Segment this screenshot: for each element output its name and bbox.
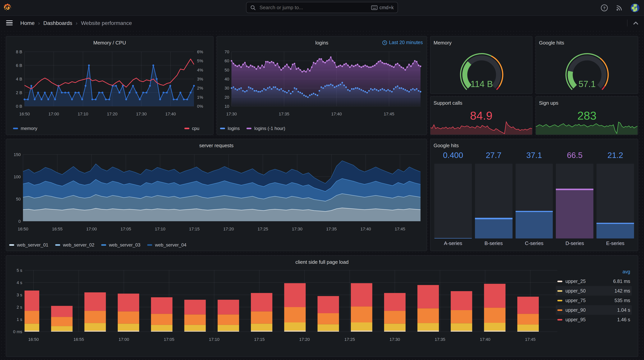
panel-title[interactable]: Memory bbox=[434, 40, 529, 48]
legend-swatch bbox=[184, 128, 189, 129]
svg-text:6%: 6% bbox=[197, 50, 203, 54]
legend-item[interactable]: cpu bbox=[184, 126, 199, 131]
svg-text:2 s: 2 s bbox=[17, 305, 22, 310]
legend-item[interactable]: web_server_01 bbox=[9, 242, 48, 248]
legend-label: upper_75 bbox=[566, 298, 586, 303]
sign-ups-value: 283 bbox=[536, 109, 638, 122]
search-input[interactable]: cmd+k bbox=[246, 2, 398, 13]
svg-text:17:00: 17:00 bbox=[86, 226, 97, 231]
svg-text:17:25: 17:25 bbox=[258, 226, 268, 231]
panel-title[interactable]: Memory / CPU bbox=[9, 40, 210, 48]
panel-google-hits-bars: Google hits 0.400 A-series 27.7 B-series… bbox=[430, 139, 638, 251]
svg-text:17:25: 17:25 bbox=[344, 337, 355, 342]
bar-label: C-series bbox=[516, 238, 553, 248]
legend-swatch bbox=[101, 244, 106, 246]
svg-text:1 s: 1 s bbox=[17, 317, 22, 322]
panel-page-load: client side full page load 0 ms1 s2 s3 s… bbox=[6, 255, 638, 357]
search-field[interactable] bbox=[259, 4, 371, 11]
page-load-legend: avg upper_25 6.81 ms upper_50 142 ms upp… bbox=[556, 267, 632, 324]
google-hits-bar-gauge: 0.400 A-series 27.7 B-series 37.1 C-seri… bbox=[434, 151, 635, 248]
breadcrumb-separator: › bbox=[38, 20, 40, 26]
help-icon[interactable]: ? bbox=[601, 4, 608, 11]
svg-text:2%: 2% bbox=[197, 86, 203, 90]
logins-chart[interactable]: 1020304050607017:3017:3517:4017:45 bbox=[220, 48, 424, 124]
svg-text:?: ? bbox=[603, 6, 606, 10]
legend-swatch bbox=[557, 319, 562, 320]
panel-title[interactable]: Google hits bbox=[539, 40, 635, 48]
legend-item[interactable]: memory bbox=[13, 126, 38, 131]
user-avatar[interactable] bbox=[630, 3, 640, 12]
grafana-flame-icon bbox=[3, 3, 12, 12]
panel-title[interactable]: server requests bbox=[9, 142, 424, 151]
legend-swatch bbox=[220, 128, 225, 129]
memory-gauge: 114 B bbox=[434, 48, 529, 93]
legend-item[interactable]: logins (-1 hour) bbox=[247, 126, 285, 131]
legend-row[interactable]: upper_90 1.04 s bbox=[556, 305, 632, 315]
panel-google-hits-gauge: Google hits 57.1 bbox=[536, 36, 638, 94]
bar-gauge-column: 0.400 A-series bbox=[434, 151, 472, 248]
bar-gauge-column: 21.2 E-series bbox=[596, 151, 634, 248]
bar-cap bbox=[556, 189, 594, 190]
bar-fill bbox=[556, 189, 594, 238]
legend-row[interactable]: upper_50 142 ms bbox=[556, 286, 632, 296]
legend-avg-header[interactable]: avg bbox=[556, 267, 632, 276]
svg-text:17:35: 17:35 bbox=[435, 337, 445, 342]
legend-item[interactable]: web_server_02 bbox=[55, 242, 94, 248]
breadcrumb: Home › Dashboards › Website performance bbox=[20, 20, 132, 26]
breadcrumb-home[interactable]: Home bbox=[20, 20, 35, 26]
legend-item[interactable]: web_server_03 bbox=[101, 242, 140, 248]
memory-cpu-chart[interactable]: 0 B2 B4 B6 B8 B0%1%2%3%4%5%6%16:5017:001… bbox=[9, 48, 210, 124]
svg-text:17:20: 17:20 bbox=[223, 226, 234, 231]
legend-label: upper_90 bbox=[566, 307, 586, 313]
panel-title[interactable]: Support calls bbox=[434, 100, 529, 108]
legend-swatch bbox=[247, 128, 252, 129]
bar-track bbox=[434, 164, 472, 238]
svg-text:0 ms: 0 ms bbox=[13, 329, 22, 334]
keyboard-icon bbox=[371, 5, 378, 10]
news-rss-icon[interactable] bbox=[616, 4, 623, 11]
svg-text:50: 50 bbox=[16, 197, 21, 202]
bar-value: 21.2 bbox=[596, 151, 634, 164]
google-hits-gauge: 57.1 bbox=[539, 48, 635, 93]
legend-label: upper_50 bbox=[566, 288, 586, 294]
menu-toggle-icon[interactable] bbox=[6, 20, 13, 25]
page-load-chart[interactable]: 0 ms1 s2 s3 s4 s5 s16:5016:5517:0017:051… bbox=[9, 267, 635, 354]
panel-title[interactable]: Google hits bbox=[434, 142, 635, 151]
panel-title[interactable]: client side full page load bbox=[9, 259, 635, 267]
svg-text:100: 100 bbox=[14, 174, 21, 179]
collapse-controls-icon[interactable] bbox=[633, 21, 639, 25]
legend-swatch bbox=[557, 309, 562, 311]
svg-text:5%: 5% bbox=[197, 58, 203, 63]
svg-text:150: 150 bbox=[14, 152, 21, 157]
bar-value: 27.7 bbox=[475, 151, 512, 164]
legend-swatch bbox=[147, 244, 152, 246]
server-requests-chart[interactable]: 05010015016:5016:5517:0017:0517:1017:151… bbox=[9, 151, 424, 241]
svg-text:16:50: 16:50 bbox=[19, 112, 30, 116]
svg-text:4 B: 4 B bbox=[16, 77, 22, 82]
legend-row[interactable]: upper_95 1.46 s bbox=[556, 315, 632, 324]
time-range-link[interactable]: Last 20 minutes bbox=[382, 40, 423, 45]
svg-text:17:00: 17:00 bbox=[48, 112, 59, 116]
memory-cpu-legend: memorycpu bbox=[9, 124, 210, 132]
svg-text:1%: 1% bbox=[197, 95, 203, 100]
breadcrumb-dashboards[interactable]: Dashboards bbox=[43, 20, 72, 26]
svg-text:17:20: 17:20 bbox=[299, 337, 310, 342]
legend-item[interactable]: web_server_04 bbox=[147, 242, 186, 248]
svg-text:30: 30 bbox=[225, 86, 229, 90]
svg-text:17:10: 17:10 bbox=[155, 226, 166, 231]
legend-row[interactable]: upper_25 6.81 ms bbox=[556, 276, 632, 286]
legend-avg-value: 1.04 s bbox=[617, 307, 630, 313]
bar-cap bbox=[516, 211, 553, 212]
legend-item[interactable]: logins bbox=[220, 126, 240, 131]
svg-text:17:30: 17:30 bbox=[136, 112, 146, 116]
svg-text:16:55: 16:55 bbox=[74, 337, 84, 342]
svg-text:2 B: 2 B bbox=[16, 90, 22, 95]
bar-track bbox=[596, 164, 634, 238]
panel-support-calls: Support calls 84.9 bbox=[430, 96, 532, 135]
svg-text:17:20: 17:20 bbox=[107, 112, 118, 116]
legend-row[interactable]: upper_75 535 ms bbox=[556, 296, 632, 305]
panel-title[interactable]: Sign ups bbox=[539, 100, 635, 108]
bar-cap bbox=[475, 218, 512, 219]
bar-fill bbox=[596, 222, 634, 238]
grafana-logo[interactable] bbox=[0, 3, 15, 12]
